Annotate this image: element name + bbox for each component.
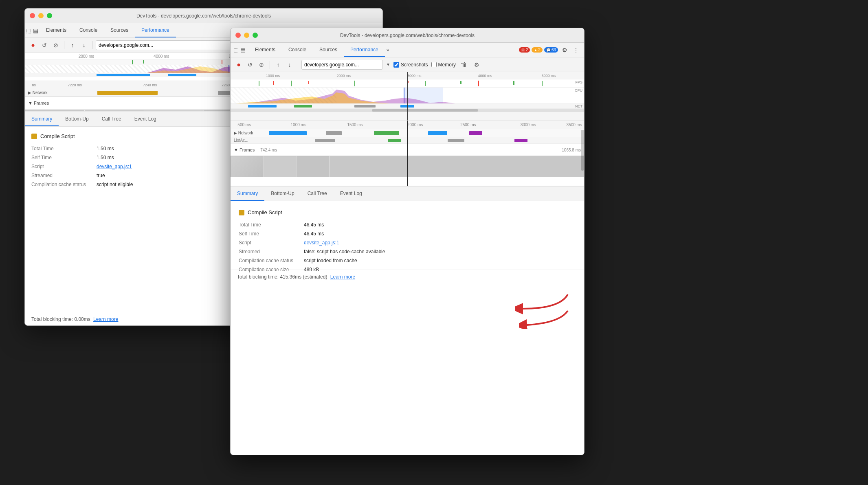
back-val-self: 1.50 ms [97, 155, 114, 160]
front-bottom-panel: Summary Bottom-Up Call Tree Event Log Co… [231, 186, 584, 284]
more-icon-front[interactable]: ⋮ [571, 45, 581, 55]
tab-elements-back[interactable]: Elements [40, 23, 73, 37]
maximize-btn-back[interactable] [47, 13, 52, 18]
front-key-cache-status: Compilation cache status [239, 258, 304, 263]
front-val-streamed: false: script has code-cache available [304, 249, 385, 255]
traffic-lights-back[interactable] [30, 13, 52, 18]
back-val-total: 1.50 ms [97, 146, 114, 151]
back-key-streamed: Streamed [31, 173, 97, 178]
tab-eventlog-back[interactable]: Event Log [128, 112, 163, 126]
front-total-blocking: Total blocking time: 415.36ms (estimated… [231, 270, 584, 284]
ov-time-2000: 2000 ms [336, 74, 351, 78]
dt-time-2500: 2500 ms [460, 123, 476, 127]
back-val-streamed: true [97, 173, 105, 178]
front-val-total: 46.45 ms [304, 222, 324, 228]
back-window-title: DevTools - developers.google.com/web/too… [136, 13, 271, 19]
front-tab-bar: ⬚ ▤ Elements Console Sources Performance… [231, 43, 584, 57]
front-window-titlebar: DevTools - developers.google.com/web/too… [231, 28, 584, 43]
front-sep-2 [298, 61, 298, 69]
tab-performance-back[interactable]: Performance [135, 23, 176, 37]
back-learn-more[interactable]: Learn more [93, 316, 118, 322]
sidebar-icon[interactable]: ▤ [33, 27, 38, 34]
reload-btn-front[interactable]: ↺ [245, 60, 255, 70]
sub-time-7240: 7240 ms [143, 83, 157, 87]
sidebar-icon-front[interactable]: ▤ [240, 47, 246, 53]
tab-sources-back[interactable]: Sources [104, 23, 135, 37]
separator-1 [64, 41, 64, 49]
front-timeline-overview: 1000 ms 2000 ms 3000 ms 4000 ms 5000 ms … [231, 72, 584, 121]
net-label: NET [575, 104, 582, 108]
dt-time-2000: 2000 ms [407, 123, 423, 127]
tab-console-front[interactable]: Console [282, 43, 313, 57]
warning-badge: ▲ 2 [532, 47, 542, 53]
reload-btn-back[interactable]: ↺ [40, 40, 49, 50]
right-scrollbar[interactable] [581, 130, 584, 171]
clear-btn-back[interactable]: ⊘ [51, 40, 61, 50]
front-val-self: 46.45 ms [304, 231, 324, 237]
memory-option: Memory [431, 62, 456, 68]
tab-calltree-front[interactable]: Call Tree [301, 187, 334, 201]
back-window-titlebar: DevTools - developers.google.com/web/too… [25, 9, 382, 23]
tab-summary-front[interactable]: Summary [231, 187, 264, 201]
tab-eventlog-front[interactable]: Event Log [334, 187, 369, 201]
tab-calltree-back[interactable]: Call Tree [95, 112, 128, 126]
dt-time-1000: 1000 ms [291, 123, 306, 127]
front-detailed-timeline: 500 ms 1000 ms 1500 ms 2000 ms 2500 ms 3… [231, 121, 584, 186]
front-window-title: DevTools - developers.google.com/web/too… [340, 33, 475, 38]
url-bar-front[interactable] [301, 60, 383, 70]
dt-time-1500: 1500 ms [347, 123, 363, 127]
tab-bottomup-front[interactable]: Bottom-Up [264, 187, 301, 201]
url-dropdown-icon[interactable]: ▼ [386, 62, 390, 67]
tab-sources-front[interactable]: Sources [313, 43, 344, 57]
tab-console-back[interactable]: Console [73, 23, 104, 37]
back-key-script: Script [31, 164, 97, 169]
inspector-icon[interactable]: ⬚ [26, 27, 31, 34]
chevron-more-front[interactable]: » [385, 47, 391, 53]
record-btn-back[interactable]: ● [28, 40, 38, 50]
back-val-cache: script not eligible [97, 182, 133, 187]
front-key-streamed: Streamed [239, 249, 304, 255]
red-arrow-front-2 [519, 305, 572, 331]
ov-time-5000: 5000 ms [542, 74, 556, 78]
front-devtools-window: DevTools - developers.google.com/web/too… [230, 28, 585, 455]
front-val-cache-status: script loaded from cache [304, 258, 357, 263]
settings-icon-toolbar-front[interactable]: ⚙ [472, 60, 482, 70]
back-val-script[interactable]: devsite_app.js:1 [97, 164, 132, 169]
dt-time-500: 500 ms [237, 123, 251, 127]
ov-time-1000: 1000 ms [266, 74, 280, 78]
tab-bottomup-back[interactable]: Bottom-Up [59, 112, 95, 126]
memory-checkbox[interactable] [431, 62, 437, 67]
close-btn-front[interactable] [235, 33, 241, 38]
frames-expand-front[interactable]: ▼ Frames [234, 147, 255, 152]
tab-elements-front[interactable]: Elements [248, 43, 282, 57]
download-btn-back[interactable]: ↓ [79, 40, 89, 50]
front-val-script[interactable]: devsite_app.js:1 [304, 240, 339, 246]
compile-script-label-front: Compile Script [248, 209, 282, 215]
record-btn-front[interactable]: ● [234, 60, 244, 70]
download-btn-front[interactable]: ↓ [285, 60, 294, 70]
upload-btn-front[interactable]: ↑ [273, 60, 283, 70]
traffic-lights-front[interactable] [235, 33, 258, 38]
maximize-btn-front[interactable] [253, 33, 258, 38]
time-2000: 2000 ms [79, 54, 94, 59]
delete-btn-front[interactable]: 🗑 [459, 60, 469, 70]
minimize-btn-back[interactable] [38, 13, 44, 18]
screenshots-checkbox[interactable] [393, 62, 399, 68]
tab-performance-front[interactable]: Performance [344, 43, 385, 57]
scrubber-line[interactable] [407, 72, 408, 121]
compile-script-label-back: Compile Script [40, 133, 75, 139]
settings-icon-front[interactable]: ⚙ [560, 45, 569, 55]
sub-time-7220: 7220 ms [68, 83, 82, 87]
scrubber-detail[interactable] [407, 121, 408, 186]
ov-time-4000: 4000 ms [478, 74, 492, 78]
upload-btn-back[interactable]: ↑ [68, 40, 77, 50]
clear-btn-front[interactable]: ⊘ [257, 60, 266, 70]
minimize-btn-front[interactable] [244, 33, 249, 38]
network-label-back: ▶ Network [28, 90, 47, 95]
inspector-icon-front[interactable]: ⬚ [233, 47, 239, 53]
front-key-script: Script [239, 240, 304, 246]
tab-summary-back[interactable]: Summary [25, 112, 59, 126]
frames-expand-back[interactable]: ▼ Frames [28, 101, 49, 105]
front-learn-more[interactable]: Learn more [330, 274, 355, 280]
close-btn-back[interactable] [30, 13, 35, 18]
